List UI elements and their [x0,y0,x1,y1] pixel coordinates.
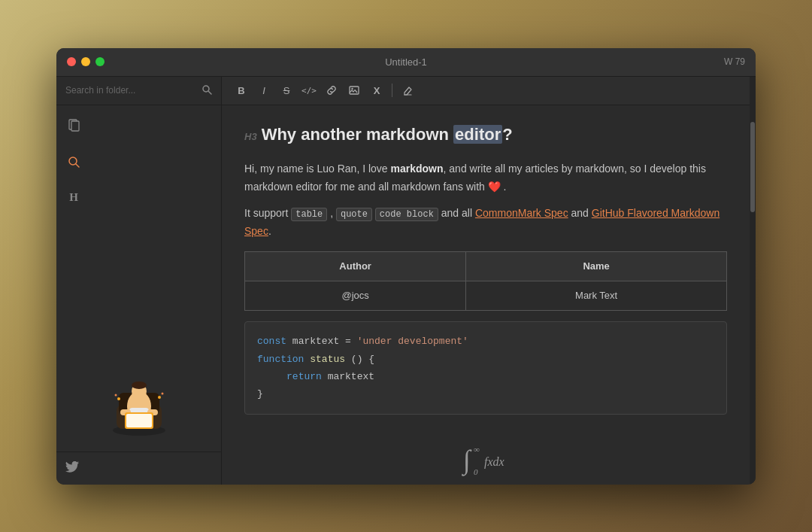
close-button[interactable] [67,57,76,66]
scrollbar-thumb[interactable] [750,122,755,212]
para2-comma1: , [327,207,336,219]
heading-highlighted: editor [453,125,502,144]
code-quote: quote [336,208,372,221]
svg-point-19 [158,396,161,399]
code-return-val: marktext [328,371,374,382]
code-string-value: 'under development' [357,336,468,347]
code-keyword-const: const [257,336,286,347]
heading-text: Why another markdown editor? [262,120,513,148]
para2-pre: It support [244,207,291,219]
para2-mid: and all [438,207,475,219]
math-expression: ∫ ∞ 0 fxdx [244,425,727,485]
svg-rect-16 [126,414,152,427]
sidebar-bottom [56,451,221,485]
code-block-ref: code block [375,208,438,221]
svg-point-22 [351,88,353,90]
code-button[interactable]: </> [298,81,320,100]
svg-point-0 [203,86,209,92]
para1-pre: Hi, my name is Luo Ran, I love [244,163,391,175]
window-title: Untitled-1 [385,56,427,68]
math-svg: ∫ ∞ 0 fxdx [456,440,516,478]
maximize-button[interactable] [95,57,105,66]
table-cell-name: Mark Text [466,281,727,311]
code-close-brace: } [257,388,263,400]
code-fn-name: status [310,354,345,365]
table-row: @jocs Mark Text [245,281,727,311]
code-indent [257,371,280,382]
code-table: table [291,208,327,221]
code-var-name: marktext [292,336,345,347]
sidebar-item-search[interactable] [62,150,85,173]
svg-text:fxdx: fxdx [484,455,504,469]
svg-text:∞: ∞ [474,445,480,454]
search-input[interactable] [65,85,197,96]
scrollbar-track[interactable] [750,77,756,485]
table-cell-author: @jocs [245,281,466,311]
toolbar-separator [392,84,392,97]
image-button[interactable] [344,81,365,100]
code-line-2: function status () { [257,351,714,368]
heading-h3: H3 Why another markdown editor? [244,120,727,148]
markdown-table: Author Name @jocs Mark Text [244,251,727,311]
svg-point-11 [132,382,147,389]
code-line-1: const marktext = 'under development' [257,333,714,350]
word-count: W 79 [724,56,745,67]
sidebar-item-headings[interactable]: H [62,187,85,209]
commonmark-link[interactable]: CommonMark Spec [475,207,568,219]
code-block: const marktext = 'under development' fun… [244,321,727,415]
svg-text:∫: ∫ [462,445,472,476]
table-header-author: Author [245,252,466,281]
clear-button[interactable]: X [366,81,387,100]
illustration-area [56,218,221,451]
bold-button[interactable]: B [231,81,252,100]
table-header-name: Name [466,252,727,281]
italic-button[interactable]: I [253,81,274,100]
para1-bold: markdown [391,163,444,175]
svg-text:0: 0 [474,467,478,476]
svg-point-17 [117,397,120,400]
para2-and: and [568,207,592,219]
code-line-4: } [257,385,714,403]
main-layout: H [56,77,756,485]
strikethrough-button[interactable]: S [276,81,297,100]
traffic-lights [67,57,105,66]
intro-paragraph: Hi, my name is Luo Ran, I love markdown,… [244,160,727,196]
svg-point-18 [114,394,117,396]
svg-rect-3 [71,121,79,131]
integral-expression: ∫ ∞ 0 fxdx [456,440,516,485]
minimize-button[interactable] [81,57,90,66]
code-equals: = [345,336,357,347]
eraser-button[interactable] [397,81,418,100]
character-illustration [98,369,180,436]
app-window: Untitled-1 W 79 [56,48,756,485]
svg-line-1 [209,91,212,94]
code-keyword-function: function [257,354,304,365]
formatting-toolbar: B I S </> X [222,77,750,105]
sidebar-item-files[interactable] [62,114,85,137]
editor-area: B I S </> X [222,77,750,485]
sidebar: H [56,77,222,485]
search-bar [56,77,221,105]
sidebar-icon-list: H [56,105,221,218]
code-params: () { [351,354,374,365]
features-paragraph: It support table , quote code block and … [244,205,727,241]
search-icon [201,84,212,97]
heading-prefix: H3 [244,129,257,145]
code-line-3: return marktext [257,368,714,385]
para2-post: . [268,225,271,237]
code-keyword-return: return [286,371,322,382]
svg-line-5 [76,164,79,167]
titlebar: Untitled-1 W 79 [56,48,756,77]
twitter-icon[interactable] [65,462,79,475]
link-button[interactable] [321,81,342,100]
svg-point-20 [161,392,163,394]
editor-content[interactable]: H3 Why another markdown editor? Hi, my n… [222,105,750,485]
